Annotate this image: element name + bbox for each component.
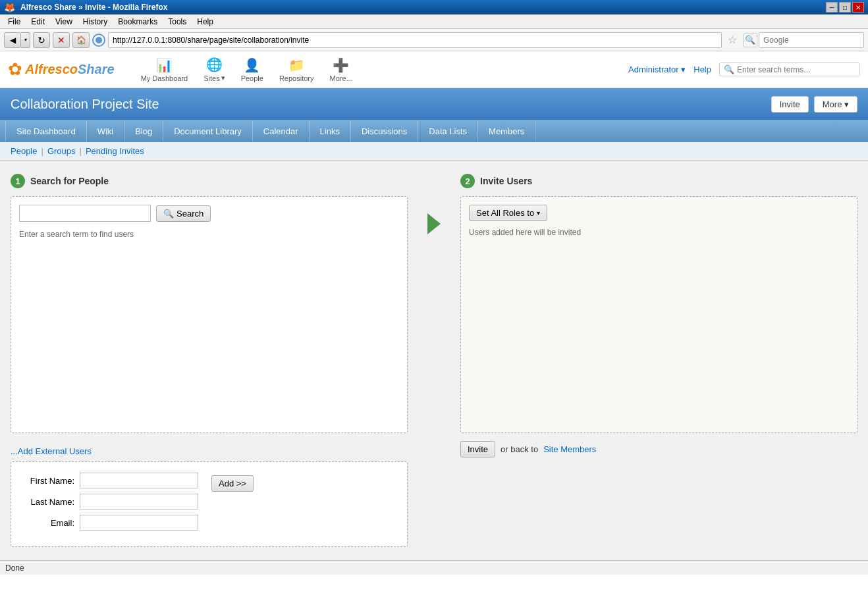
nav-wiki[interactable]: Wiki [87,121,125,142]
nav-more[interactable]: ➕ More... [329,57,352,82]
nav-sites[interactable]: 🌐 Sites▾ [203,57,225,82]
breadcrumb: People | Groups | Pending Invites [0,142,868,161]
back-forward-group: ◀ ▾ [4,32,30,48]
first-name-input[interactable] [80,473,198,488]
menu-help[interactable]: Help [192,16,219,28]
more-icon: ➕ [333,57,349,73]
menu-history[interactable]: History [78,16,113,28]
close-button[interactable]: ✕ [852,2,864,13]
roles-dropdown-arrow: ▾ [537,209,540,217]
back-text: or back to [501,444,538,454]
transfer-arrow [421,174,447,234]
nav-document-library[interactable]: Document Library [163,121,253,142]
main-content: 1 Search for People 🔍 Search Enter a sea… [0,161,868,560]
last-name-label: Last Name: [22,497,74,507]
status-text: Done [5,563,24,573]
dashboard-icon: 📊 [156,57,173,73]
bookmark-star-icon[interactable]: ☆ [724,32,740,48]
breadcrumb-sep-1: | [41,146,43,156]
stop-button[interactable]: ✕ [53,32,70,48]
logo[interactable]: ✿ AlfrescoShare [8,59,115,80]
add-external-button[interactable]: Add >> [211,475,254,492]
window-controls: ─ □ ✕ [826,2,864,13]
back-button[interactable]: ◀ [4,32,21,48]
google-search-icon: 🔍 [743,33,757,47]
first-name-label: First Name: [22,476,74,486]
forward-dropdown[interactable]: ▾ [21,32,30,48]
step1-title: Search for People [30,176,109,186]
menu-tools[interactable]: Tools [163,16,192,28]
step2-section: 2 Invite Users Set All Roles to ▾ Users … [460,174,857,457]
nav-links[interactable]: Links [310,121,351,142]
global-search-input[interactable] [737,65,855,74]
nav-site-dashboard[interactable]: Site Dashboard [5,121,87,142]
header-right: Administrator ▾ Help 🔍 [628,63,860,76]
search-row: 🔍 Search [19,205,399,222]
breadcrumb-sep-2: | [80,146,82,156]
global-search: 🔍 [719,63,860,76]
search-btn-icon: 🔍 [163,209,174,219]
nav-repository[interactable]: 📁 Repository [279,57,314,82]
menu-view[interactable]: View [50,16,78,28]
main-nav: 📊 My Dashboard 🌐 Sites▾ 👤 People 📁 Repos… [141,57,628,82]
step1-section: 1 Search for People 🔍 Search Enter a sea… [11,174,408,547]
alfresco-flower-icon: ✿ [8,59,22,80]
menu-edit[interactable]: Edit [26,16,50,28]
site-title: Collaboration Project Site [11,97,159,112]
last-name-row: Last Name: [22,494,198,509]
invite-button[interactable]: Invite [771,96,809,113]
nav-calendar[interactable]: Calendar [253,121,310,142]
more-button[interactable]: More ▾ [814,96,857,113]
step2-title: Invite Users [480,176,532,186]
step1-header: 1 Search for People [11,174,408,188]
first-name-row: First Name: [22,473,198,488]
site-header-buttons: Invite More ▾ [771,96,857,113]
search-button[interactable]: 🔍 Search [156,205,211,222]
window-title: Alfresco Share » Invite - Mozilla Firefo… [20,3,821,12]
search-icon: 🔍 [724,65,734,74]
nav-data-lists[interactable]: Data Lists [418,121,478,142]
firefox-icon: 🦊 [4,2,15,13]
step2-number: 2 [460,174,475,188]
external-form-fields: First Name: Last Name: Email: [22,473,198,536]
browser-search-input[interactable] [759,32,864,48]
help-link[interactable]: Help [693,65,711,74]
arrow-right-icon [427,213,441,234]
search-panel: 🔍 Search Enter a search term to find use… [11,196,408,433]
invite-submit-button[interactable]: Invite [460,441,495,457]
set-all-roles-button[interactable]: Set All Roles to ▾ [469,205,547,221]
logo-text: AlfrescoShare [25,62,115,77]
site-members-link[interactable]: Site Members [543,444,596,454]
people-search-input[interactable] [19,205,151,222]
people-icon: 👤 [244,57,260,73]
breadcrumb-groups[interactable]: Groups [47,146,76,156]
menu-file[interactable]: File [3,16,26,28]
nav-my-dashboard[interactable]: 📊 My Dashboard [141,57,188,82]
home-button[interactable]: 🏠 [72,32,90,48]
address-bar[interactable] [108,32,722,48]
repository-icon: 📁 [288,57,305,73]
breadcrumb-pending-invites[interactable]: Pending Invites [86,146,144,156]
add-external-users-link[interactable]: ...Add External Users [11,446,92,456]
steps-container: 1 Search for People 🔍 Search Enter a sea… [11,174,857,547]
nav-people[interactable]: 👤 People [241,57,263,82]
email-input[interactable] [80,515,198,531]
invite-panel: Set All Roles to ▾ Users added here will… [460,196,857,433]
email-label: Email: [22,518,74,528]
security-icon [92,34,105,47]
app-header: ✿ AlfrescoShare 📊 My Dashboard 🌐 Sites▾ … [0,51,868,88]
search-hint: Enter a search term to find users [19,230,399,239]
admin-link[interactable]: Administrator ▾ [628,65,686,74]
nav-blog[interactable]: Blog [124,121,163,142]
invite-actions: Invite or back to Site Members [460,441,857,457]
menu-bar: File Edit View History Bookmarks Tools H… [0,14,868,29]
minimize-button[interactable]: ─ [826,2,838,13]
invite-hint: Users added here will be invited [469,228,849,237]
menu-bookmarks[interactable]: Bookmarks [113,16,163,28]
reload-button[interactable]: ↻ [33,32,50,48]
last-name-input[interactable] [80,494,198,509]
nav-discussions[interactable]: Discussions [351,121,418,142]
breadcrumb-people[interactable]: People [11,146,37,156]
maximize-button[interactable]: □ [839,2,851,13]
nav-members[interactable]: Members [478,121,535,142]
